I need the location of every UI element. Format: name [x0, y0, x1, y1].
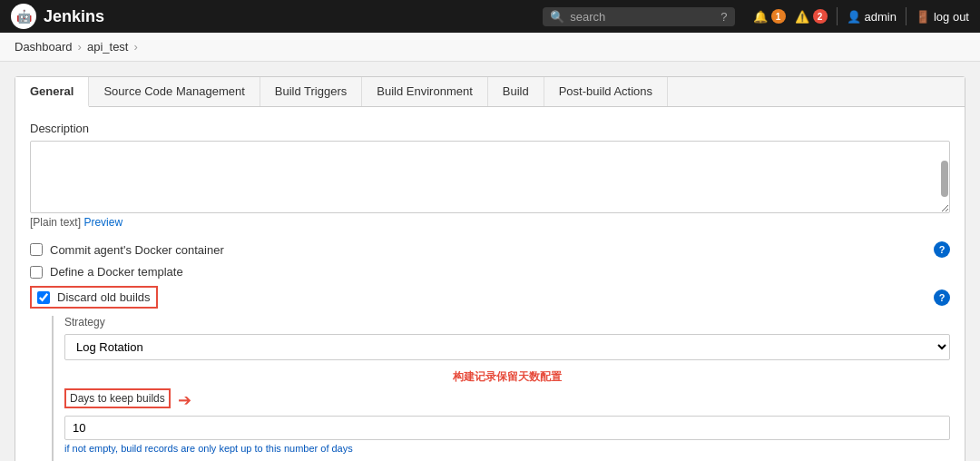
notifications-warning[interactable]: ⚠️ 2 — [795, 9, 828, 24]
checkbox-discard-row: Discard old builds ? — [30, 286, 950, 309]
bell-icon: 🔔 — [753, 10, 768, 24]
arrow-icon: ➔ — [178, 390, 191, 410]
annotation1-text: 构建记录保留天数配置 — [453, 370, 562, 383]
bell-badge: 1 — [771, 9, 786, 24]
main-content: General Source Code Management Build Tri… — [0, 62, 980, 461]
username: admin — [865, 10, 897, 24]
breadcrumb-dashboard[interactable]: Dashboard — [15, 40, 73, 54]
search-icon: 🔍 — [550, 10, 564, 24]
user-icon: 👤 — [847, 10, 861, 24]
app-title: Jenkins — [44, 7, 104, 26]
tab-build[interactable]: Build — [488, 77, 544, 106]
commit-docker-checkbox[interactable] — [30, 243, 43, 256]
logout-button[interactable]: 🚪 log out — [916, 10, 969, 24]
description-textarea[interactable] — [30, 141, 950, 213]
divider2 — [906, 7, 906, 25]
navbar-right: 🔔 1 ⚠️ 2 👤 admin 🚪 log out — [753, 7, 969, 25]
discard-help-icon[interactable]: ? — [934, 289, 950, 306]
commit-help-icon[interactable]: ? — [934, 241, 950, 258]
breadcrumb-api-test[interactable]: api_test — [87, 40, 129, 54]
checkbox-docker: Define a Docker template — [30, 265, 950, 279]
days-label: Days to keep builds — [64, 388, 171, 408]
plain-text-label: [Plain text] — [30, 216, 81, 229]
search-help-icon: ? — [720, 10, 727, 24]
tabs-bar: General Source Code Management Build Tri… — [15, 77, 965, 107]
log-rotation-row: Log Rotation — [64, 334, 950, 360]
discard-builds-label: Discard old builds — [57, 290, 151, 304]
user-menu[interactable]: 👤 admin — [847, 10, 897, 24]
tab-panel: General Source Code Management Build Tri… — [15, 76, 965, 461]
preview-link[interactable]: Preview — [83, 216, 122, 229]
search-input[interactable] — [570, 10, 715, 24]
commit-docker-label: Commit agent's Docker container — [50, 243, 224, 257]
plain-text-row: [Plain text] Preview — [30, 216, 950, 229]
tab-general[interactable]: General — [15, 77, 89, 107]
search-bar[interactable]: 🔍 ? — [543, 7, 734, 26]
discard-builds-highlight: Discard old builds — [30, 286, 158, 309]
warning-badge: 2 — [813, 9, 828, 24]
logout-icon: 🚪 — [916, 10, 930, 24]
navbar: 🤖 Jenkins 🔍 ? 🔔 1 ⚠️ 2 👤 admin 🚪 log out — [0, 0, 980, 33]
docker-template-label: Define a Docker template — [50, 265, 183, 279]
description-section: Description [Plain text] Preview — [30, 122, 950, 229]
tab-content-general: Description [Plain text] Preview Commit … — [15, 107, 965, 461]
app-logo: 🤖 Jenkins — [11, 4, 104, 29]
warning-icon: ⚠️ — [795, 10, 809, 24]
annotation1-container: 构建记录保留天数配置 — [64, 369, 950, 385]
tab-build-triggers[interactable]: Build Triggers — [260, 77, 362, 106]
jenkins-icon: 🤖 — [11, 4, 36, 29]
days-input[interactable] — [64, 416, 950, 440]
tab-post-build[interactable]: Post-build Actions — [544, 77, 668, 106]
tab-scm[interactable]: Source Code Management — [89, 77, 260, 106]
strategy-section: Strategy Log Rotation 构建记录保留天数配置 Days to… — [52, 316, 950, 461]
discard-builds-checkbox[interactable] — [37, 291, 50, 304]
notifications-bell[interactable]: 🔔 1 — [753, 9, 786, 24]
breadcrumb: Dashboard › api_test › — [0, 33, 980, 62]
strategy-label: Strategy — [64, 316, 950, 329]
tab-build-env[interactable]: Build Environment — [362, 77, 488, 106]
days-hint: if not empty, build records are only kep… — [64, 443, 950, 454]
divider — [837, 7, 838, 25]
breadcrumb-sep2: › — [134, 40, 138, 54]
log-rotation-select[interactable]: Log Rotation — [64, 334, 950, 360]
description-label: Description — [30, 122, 950, 135]
breadcrumb-sep1: › — [78, 40, 82, 54]
days-to-keep-group: Days to keep builds ➔ if not empty, buil… — [64, 388, 950, 454]
checkbox-commit: Commit agent's Docker container ? — [30, 241, 950, 258]
docker-template-checkbox[interactable] — [30, 266, 43, 279]
logout-label: log out — [934, 10, 969, 24]
scrollbar-indicator — [941, 161, 948, 197]
